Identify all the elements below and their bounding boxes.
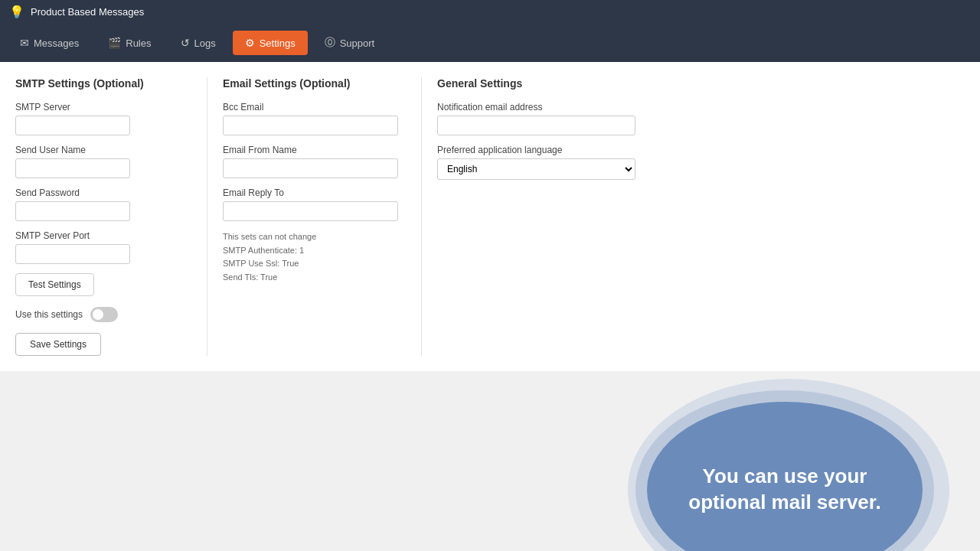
- send-user-name-label: Send User Name: [15, 145, 184, 155]
- send-user-name-input[interactable]: [15, 158, 130, 178]
- notification-email-input[interactable]: [437, 116, 635, 135]
- nav-settings-label: Settings: [260, 37, 296, 49]
- toggle-slider: [90, 307, 118, 322]
- app-icon: 💡: [9, 5, 24, 19]
- preferred-language-group: Preferred application language English F…: [437, 145, 635, 180]
- rules-icon: 🎬: [108, 37, 121, 49]
- bcc-email-label: Bcc Email: [223, 102, 398, 112]
- smtp-title: SMTP Settings (Optional): [15, 77, 184, 90]
- general-title: General Settings: [437, 77, 635, 90]
- settings-icon: ⚙: [245, 37, 255, 49]
- messages-icon: ✉: [20, 37, 29, 49]
- smtp-port-label: SMTP Server Port: [15, 230, 184, 241]
- email-reply-to-group: Email Reply To: [223, 187, 398, 221]
- notification-email-group: Notification email address: [437, 102, 635, 135]
- nav-logs-label: Logs: [194, 37, 216, 49]
- nav-messages[interactable]: ✉ Messages: [8, 31, 91, 55]
- send-password-label: Send Password: [15, 187, 184, 198]
- bcc-email-group: Bcc Email: [223, 102, 398, 135]
- preferred-language-label: Preferred application language: [437, 145, 635, 155]
- email-from-name-input[interactable]: [223, 158, 398, 178]
- nav-rules-label: Rules: [126, 37, 151, 49]
- use-settings-label: Use this settings: [15, 309, 83, 320]
- smtp-port-group: SMTP Server Port: [15, 230, 184, 264]
- support-icon: ⓪: [325, 36, 335, 50]
- speech-bubble: You can use your optional mail server.: [647, 402, 923, 551]
- smtp-port-input[interactable]: [15, 244, 130, 264]
- app-title: Product Based Messages: [31, 6, 144, 18]
- nav-rules[interactable]: 🎬 Rules: [96, 31, 163, 55]
- use-settings-row: Use this settings: [15, 307, 184, 322]
- main-nav: ✉ Messages 🎬 Rules ↺ Logs ⚙ Settings ⓪ S…: [0, 24, 980, 62]
- email-info-text: This sets can not change SMTP Authentica…: [223, 230, 398, 284]
- save-settings-button[interactable]: Save Settings: [15, 333, 101, 356]
- general-section: General Settings Notification email addr…: [421, 77, 635, 356]
- nav-messages-label: Messages: [34, 37, 79, 49]
- language-select[interactable]: English French German Spanish: [437, 158, 635, 180]
- email-from-name-label: Email From Name: [223, 145, 398, 155]
- nav-settings[interactable]: ⚙ Settings: [233, 31, 308, 55]
- email-reply-to-label: Email Reply To: [223, 187, 398, 198]
- bcc-email-input[interactable]: [223, 116, 398, 135]
- bottom-area: You can use your optional mail server.: [0, 371, 980, 551]
- nav-logs[interactable]: ↺ Logs: [168, 31, 228, 55]
- title-bar: 💡 Product Based Messages: [0, 0, 980, 24]
- email-section-title: Email Settings (Optional): [223, 77, 398, 90]
- nav-support-label: Support: [340, 37, 375, 49]
- smtp-section: SMTP Settings (Optional) SMTP Server Sen…: [15, 77, 207, 356]
- logs-icon: ↺: [181, 37, 190, 49]
- smtp-server-label: SMTP Server: [15, 102, 184, 112]
- send-user-name-group: Send User Name: [15, 145, 184, 178]
- settings-panel: SMTP Settings (Optional) SMTP Server Sen…: [0, 62, 980, 371]
- test-settings-button[interactable]: Test Settings: [15, 273, 94, 296]
- email-section: Email Settings (Optional) Bcc Email Emai…: [207, 77, 421, 356]
- send-password-group: Send Password: [15, 187, 184, 221]
- email-reply-to-input[interactable]: [223, 201, 398, 221]
- bubble-text: You can use your optional mail server.: [670, 464, 900, 516]
- email-from-name-group: Email From Name: [223, 145, 398, 178]
- nav-support[interactable]: ⓪ Support: [312, 30, 387, 56]
- smtp-server-input[interactable]: [15, 116, 130, 135]
- use-settings-toggle[interactable]: [90, 307, 118, 322]
- send-password-input[interactable]: [15, 201, 130, 221]
- notification-email-label: Notification email address: [437, 102, 635, 112]
- smtp-server-group: SMTP Server: [15, 102, 184, 135]
